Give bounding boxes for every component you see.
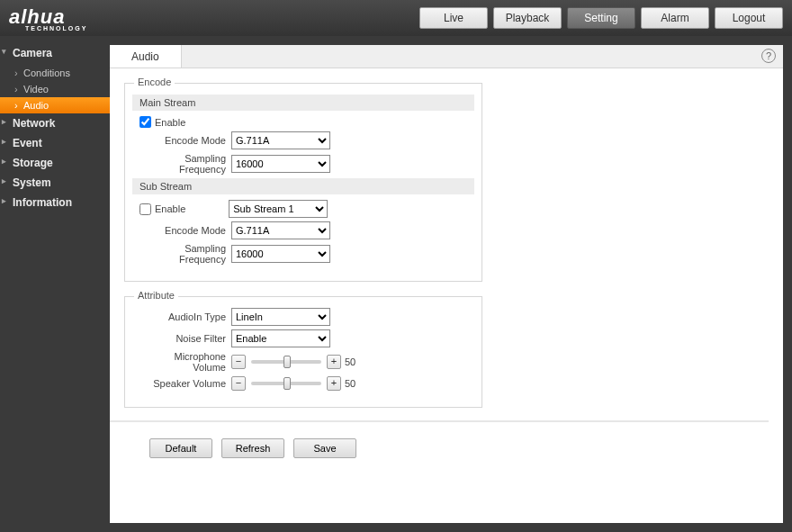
sidebar-group-information[interactable]: Information xyxy=(0,193,110,212)
noise-label: Noise Filter xyxy=(140,333,226,344)
save-button[interactable]: Save xyxy=(293,438,356,458)
header: alhua TECHNOLOGY Live Playback Setting A… xyxy=(0,0,792,36)
noise-row: Noise Filter Enable xyxy=(140,329,474,347)
sub-stream-header: Sub Stream xyxy=(132,178,474,194)
sub-mode-row: Encode Mode G.711A xyxy=(140,221,474,239)
noise-select[interactable]: Enable xyxy=(231,329,330,347)
sub-freq-label: Sampling Frequency xyxy=(140,243,226,265)
sub-enable-row: Enable Sub Stream 1 xyxy=(140,200,474,218)
main-stream-header: Main Stream xyxy=(132,95,474,111)
divider xyxy=(110,420,769,422)
nav-playback[interactable]: Playback xyxy=(493,7,562,29)
mic-volume-value: 50 xyxy=(345,356,356,367)
sidebar-item-video[interactable]: Video xyxy=(0,81,110,97)
sub-stream-select[interactable]: Sub Stream 1 xyxy=(229,200,328,218)
main-freq-row: Sampling Frequency 16000 xyxy=(140,153,474,175)
sub-freq-row: Sampling Frequency 16000 xyxy=(140,243,474,265)
encode-legend: Encode xyxy=(134,77,175,87)
brand-name: alhua xyxy=(9,5,65,28)
audioin-label: AudioIn Type xyxy=(140,311,226,322)
sub-mode-label: Encode Mode xyxy=(140,225,226,236)
sidebar-group-event[interactable]: Event xyxy=(0,133,110,153)
mic-minus-button[interactable]: − xyxy=(231,355,246,369)
audioin-row: AudioIn Type LineIn xyxy=(140,308,474,326)
nav-alarm[interactable]: Alarm xyxy=(641,7,709,29)
sidebar: Camera Conditions Video Audio Network Ev… xyxy=(0,36,110,532)
panel: Audio ? Encode Main Stream Enable Encode… xyxy=(110,45,783,523)
spk-minus-button[interactable]: − xyxy=(231,376,246,391)
sidebar-item-audio[interactable]: Audio xyxy=(0,97,110,113)
mic-slider-track[interactable] xyxy=(251,360,321,364)
mic-volume-slider: − + 50 xyxy=(231,355,356,369)
main-enable-row: Enable xyxy=(140,116,474,128)
attribute-legend: Attribute xyxy=(134,290,178,301)
main-enable-label: Enable xyxy=(155,117,185,128)
tabbar: Audio xyxy=(110,45,783,68)
sub-freq-select[interactable]: 16000 xyxy=(231,245,330,263)
default-button[interactable]: Default xyxy=(149,438,212,458)
mic-volume-row: Microphone Volume − + 50 xyxy=(140,351,474,373)
nav-logout[interactable]: Logout xyxy=(715,7,783,29)
main-mode-select[interactable]: G.711A xyxy=(231,131,330,149)
main-freq-select[interactable]: 16000 xyxy=(231,155,330,173)
mic-volume-label: Microphone Volume xyxy=(140,351,226,373)
main-freq-label: Sampling Frequency xyxy=(140,153,226,175)
nav-live[interactable]: Live xyxy=(419,7,488,29)
spk-volume-row: Speaker Volume − + 50 xyxy=(140,376,474,391)
button-bar: Default Refresh Save xyxy=(149,438,783,458)
sidebar-group-system[interactable]: System xyxy=(0,173,110,193)
mic-slider-thumb[interactable] xyxy=(284,356,291,368)
help-icon[interactable]: ? xyxy=(761,49,776,63)
sub-enable-checkbox[interactable] xyxy=(140,203,151,215)
main-mode-label: Encode Mode xyxy=(140,135,226,146)
mic-plus-button[interactable]: + xyxy=(327,355,341,369)
spk-volume-value: 50 xyxy=(345,378,356,389)
spk-volume-slider: − + 50 xyxy=(231,376,356,391)
sidebar-item-conditions[interactable]: Conditions xyxy=(0,65,110,81)
spk-volume-label: Speaker Volume xyxy=(140,378,226,389)
nav-setting[interactable]: Setting xyxy=(567,7,635,29)
brand-sub: TECHNOLOGY xyxy=(25,25,87,32)
sidebar-group-network[interactable]: Network xyxy=(0,113,110,133)
sidebar-group-camera[interactable]: Camera xyxy=(0,43,110,65)
refresh-button[interactable]: Refresh xyxy=(221,438,284,458)
sub-enable-label: Enable xyxy=(155,203,185,214)
main: Camera Conditions Video Audio Network Ev… xyxy=(0,36,792,532)
encode-fieldset: Encode Main Stream Enable Encode Mode G.… xyxy=(124,83,482,282)
sidebar-group-storage[interactable]: Storage xyxy=(0,153,110,173)
spk-slider-thumb[interactable] xyxy=(284,377,291,390)
attribute-fieldset: Attribute AudioIn Type LineIn Noise Filt… xyxy=(124,296,482,408)
audioin-select[interactable]: LineIn xyxy=(231,308,330,326)
brand-logo: alhua TECHNOLOGY xyxy=(9,5,87,32)
spk-slider-track[interactable] xyxy=(251,382,321,385)
content: Audio ? Encode Main Stream Enable Encode… xyxy=(110,36,792,532)
main-enable-checkbox[interactable] xyxy=(140,116,151,128)
sub-mode-select[interactable]: G.711A xyxy=(231,221,330,239)
main-mode-row: Encode Mode G.711A xyxy=(140,131,474,149)
spk-plus-button[interactable]: + xyxy=(327,376,341,391)
tab-audio[interactable]: Audio xyxy=(110,45,182,68)
